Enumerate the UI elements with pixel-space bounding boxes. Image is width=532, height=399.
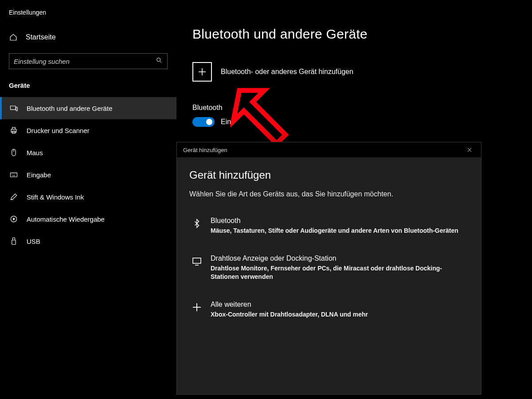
bluetooth-state: Ein [221, 118, 231, 126]
page-title: Bluetooth und andere Geräte [192, 27, 532, 42]
sidebar-item-typing[interactable]: Eingabe [0, 164, 176, 186]
add-device-button[interactable]: Bluetooth- oder anderes Gerät hinzufügen [192, 62, 532, 82]
search-icon [156, 57, 163, 66]
sidebar-item-autoplay[interactable]: Automatische Wiedergabe [0, 208, 176, 230]
add-device-dialog: Gerät hinzufügen Gerät hinzufügen Wählen… [176, 142, 481, 395]
add-device-label: Bluetooth- oder anderes Gerät hinzufügen [221, 68, 353, 76]
svg-rect-2 [11, 106, 16, 110]
svg-rect-4 [11, 129, 16, 133]
svg-rect-17 [13, 238, 15, 240]
sidebar-item-printers[interactable]: Drucker und Scanner [0, 119, 176, 141]
option-title: Alle weiteren [211, 301, 368, 309]
option-title: Bluetooth [211, 217, 458, 225]
svg-point-0 [157, 58, 160, 62]
sidebar-item-label: Stift & Windows Ink [27, 193, 84, 201]
dialog-option-bluetooth[interactable]: Bluetooth Mäuse, Tastaturen, Stifte oder… [189, 211, 469, 241]
home-button[interactable]: Startseite [0, 28, 176, 46]
svg-rect-5 [12, 127, 16, 129]
dialog-close-button[interactable] [461, 143, 478, 156]
option-desc: Xbox-Controller mit Drahtlosadapter, DLN… [211, 310, 368, 319]
printer-icon [9, 125, 19, 135]
sidebar-item-label: Maus [27, 149, 43, 156]
bluetooth-icon [191, 218, 203, 229]
home-label: Startseite [26, 33, 56, 41]
plus-icon [192, 62, 212, 82]
keyboard-icon [9, 170, 19, 180]
sidebar-item-pen[interactable]: Stift & Windows Ink [0, 186, 176, 208]
dialog-titlebar-text: Gerät hinzufügen [183, 147, 227, 153]
sidebar-item-mouse[interactable]: Maus [0, 141, 176, 164]
plus-icon [191, 301, 203, 313]
dialog-heading: Gerät hinzufügen [189, 169, 469, 181]
bluetooth-pc-icon [9, 103, 19, 113]
home-icon [9, 33, 18, 42]
section-title: Geräte [0, 78, 176, 97]
sidebar-item-label: Bluetooth und andere Geräte [27, 105, 112, 112]
sidebar-item-bluetooth[interactable]: Bluetooth und andere Geräte [0, 97, 176, 119]
sidebar-item-label: Eingabe [27, 171, 51, 179]
pen-icon [9, 192, 19, 202]
app-title: Einstellungen [0, 9, 176, 28]
option-title: Drahtlose Anzeige oder Docking-Station [211, 254, 467, 262]
dialog-titlebar: Gerät hinzufügen [177, 142, 481, 157]
dialog-option-other[interactable]: Alle weiteren Xbox-Controller mit Drahtl… [189, 294, 469, 325]
search-box[interactable] [9, 53, 168, 69]
sidebar-item-label: Drucker und Scanner [27, 127, 90, 134]
option-desc: Mäuse, Tastaturen, Stifte oder Audiogerä… [211, 227, 458, 235]
svg-rect-9 [11, 173, 17, 177]
bluetooth-toggle[interactable] [192, 117, 215, 127]
dialog-subheading: Wählen Sie die Art des Geräts aus, das S… [189, 190, 469, 198]
svg-rect-23 [193, 258, 201, 263]
autoplay-icon [9, 214, 19, 224]
close-icon [466, 147, 473, 153]
svg-rect-3 [16, 107, 17, 111]
svg-rect-18 [12, 240, 16, 245]
display-icon [191, 255, 203, 267]
bluetooth-label: Bluetooth [192, 104, 532, 112]
sidebar: Einstellungen Startseite Geräte Bluetoot… [0, 0, 176, 399]
sidebar-item-label: Automatische Wiedergabe [27, 215, 105, 223]
dialog-option-wireless-display[interactable]: Drahtlose Anzeige oder Docking-Station D… [189, 248, 469, 287]
usb-icon [9, 236, 19, 246]
sidebar-item-usb[interactable]: USB [0, 230, 176, 252]
option-desc: Drahtlose Monitore, Fernseher oder PCs, … [211, 264, 467, 281]
search-input[interactable] [14, 58, 156, 65]
svg-line-1 [160, 61, 161, 63]
sidebar-item-label: USB [27, 238, 40, 245]
svg-marker-16 [13, 218, 15, 221]
mouse-icon [9, 148, 19, 157]
